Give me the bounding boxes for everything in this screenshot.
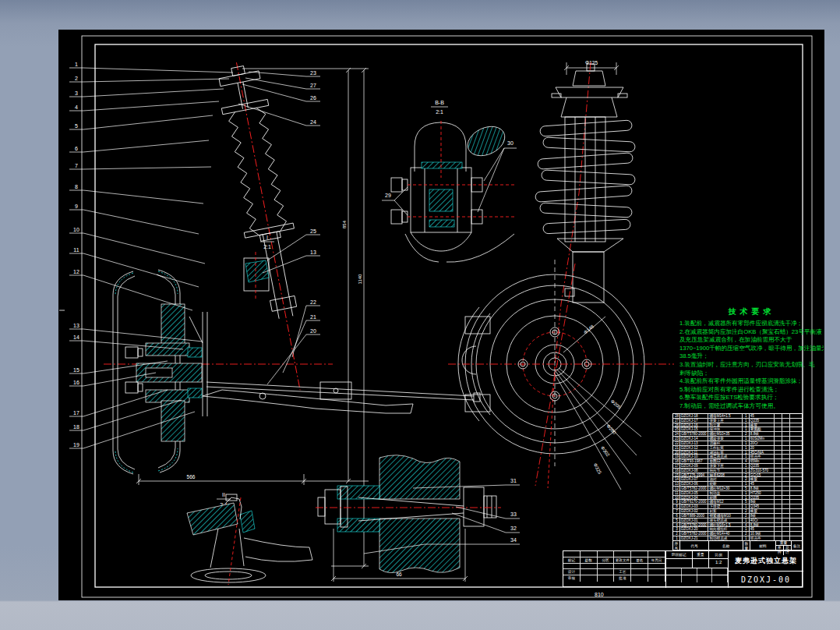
balloon-32: 32 <box>510 526 517 531</box>
tech-requirement-line: 3.装置油封时，应注意方向，刃口应安装无划痕、毛 <box>679 361 824 370</box>
drawing-number: DZOXJ-00 <box>729 572 803 588</box>
balloon-1: 1 <box>75 62 78 67</box>
balloon-20: 20 <box>310 328 316 334</box>
lower-control-arm <box>203 382 480 413</box>
pin-section-view: 66 31 33 32 34 <box>316 455 520 582</box>
tech-requirement-line: 6.整车装配件应按ETS检验要求执行； <box>679 394 824 402</box>
balloon-25: 25 <box>310 228 316 234</box>
balloon-6: 6 <box>75 146 78 151</box>
drawing-scale: 1:2 <box>709 559 728 568</box>
dia-205: Φ205 <box>610 398 623 410</box>
bb-scale: 2:1 <box>436 109 443 115</box>
dim-66: 66 <box>396 572 402 577</box>
cad-drawing-sheet: I 2:1 854 1140 <box>58 30 824 600</box>
balloon-12: 12 <box>73 269 79 274</box>
balloon-7: 7 <box>75 163 78 168</box>
tech-requirement-line: 刺等缺陷； <box>679 370 824 378</box>
tech-requirement-line: 1.装配前，减震器所有零部件应彻底清洗干净； <box>679 320 824 328</box>
balloon-29: 29 <box>385 193 391 198</box>
balloon-2: 2 <box>75 76 78 81</box>
balloon-11: 11 <box>73 247 79 253</box>
balloon-22: 22 <box>310 299 316 305</box>
dim-566: 566 <box>187 474 196 480</box>
dim-top-diameter: Φ125 <box>585 60 598 65</box>
bracket-detail-source <box>244 252 269 299</box>
tech-requirement-line: 及充压悬架减震合剂，在加油前需用不大于 <box>679 336 824 345</box>
strut-assembly <box>212 58 324 395</box>
balloon-27: 27 <box>310 83 316 88</box>
detail-I-label: I <box>266 235 268 240</box>
strut-side-view: Φ125 <box>535 60 636 365</box>
balloon-15: 15 <box>73 367 79 373</box>
balloon-17: 17 <box>73 410 79 416</box>
tech-requirement-line: 38.5毫升； <box>679 352 824 361</box>
balloon-16: 16 <box>73 380 79 385</box>
sheet-size-note: 810 <box>595 592 604 597</box>
balloon-10: 10 <box>73 227 79 232</box>
drawing-title: 麦弗逊式独立悬架 <box>729 551 803 572</box>
detail-II-label: II <box>222 492 225 497</box>
knuckle-detail-view: II 2:1 <box>187 492 312 585</box>
bom-rows: 28 DZOXJ-18 螺母M14×1.5 1 45 27 DZOXJ-17 弹… <box>672 413 803 540</box>
dim-854: 854 <box>342 220 347 228</box>
tech-requirements-lines: 1.装配前，减震器所有零部件应彻底清洗干净；2.在减震器筒内应加注白OKB（聚宝… <box>679 320 824 411</box>
title-block-name-area: 麦弗逊式独立悬架 DZOXJ-00 <box>729 551 803 588</box>
balloon-34: 34 <box>510 537 517 543</box>
balloon-3: 3 <box>75 90 78 96</box>
title-block-revision-area: 标记 处数 分区 更改文件号 签名 年月日 设计 工艺 审核 批准 <box>563 551 666 588</box>
tech-requirement-line: 1370~1900千帕的压缩空气吹净，晾干待用，加注油量为 <box>679 345 824 353</box>
balloon-13: 13 <box>73 323 79 328</box>
bom-header: 序号 代号 名称 数量 材料 重量 单件 总计 备注 <box>672 540 803 550</box>
tech-requirement-line: 5.制动前应对所有零件进行检查清洗； <box>679 386 824 395</box>
tech-requirement-line: 4.装配前所有零件外圆用适量锂基润滑脂涂抹； <box>679 377 824 386</box>
balloon-9: 9 <box>75 204 78 209</box>
balloon-21: 21 <box>310 314 316 320</box>
hub-disc-view: Φ148 Φ205 Φ280 Φ302 Φ325 <box>448 260 674 490</box>
detail-I-scale: 2:1 <box>263 244 271 250</box>
dim-1140: 1140 <box>358 274 362 285</box>
title-block: 标记 处数 分区 更改文件号 签名 年月日 设计 工艺 审核 批准 <box>563 550 803 587</box>
balloon-4: 4 <box>75 104 78 110</box>
balloon-14: 14 <box>73 334 79 340</box>
bb-label: B-B <box>435 100 444 105</box>
balloon-23: 23 <box>310 70 316 76</box>
tech-requirement-line: 2.在减震器筒内应加注白OKB（聚宝石蜡）23号平衡液 <box>679 328 824 337</box>
desktop-background: I 2:1 854 1140 <box>0 0 840 630</box>
balloon-26: 26 <box>310 95 316 101</box>
disc-diameter-callouts: Φ148 Φ205 Φ280 Φ302 Φ325 <box>554 317 641 490</box>
hub-brake-section <box>125 304 207 441</box>
balloon-24: 24 <box>310 119 316 125</box>
balloon-31: 31 <box>510 478 517 483</box>
dia-148: Φ148 <box>583 324 595 335</box>
balloon-33: 33 <box>510 511 517 517</box>
technical-requirements: 技术要求 1.装配前，减震器所有零部件应彻底清洗干净；2.在减震器筒内应加注白O… <box>679 306 824 411</box>
tech-requirements-title: 技术要求 <box>679 306 824 317</box>
title-block-stage-area: 阶段标记 重量 比例 1:2 <box>666 551 729 588</box>
balloon-18: 18 <box>73 424 79 430</box>
tech-requirement-line: 7.制动后，需经过调试车体方可使用。 <box>679 402 824 411</box>
balloon-19: 19 <box>73 442 79 448</box>
balloon-30: 30 <box>507 140 514 146</box>
balloons-right: 23 27 26 24 25 13 22 21 20 <box>238 70 320 384</box>
dia-325: Φ325 <box>593 462 603 475</box>
bom-table: 28 DZOXJ-18 螺母M14×1.5 1 45 27 DZOXJ-17 弹… <box>672 413 803 550</box>
balloon-5: 5 <box>75 123 78 129</box>
balloon-13b: 13 <box>310 250 316 255</box>
balloon-8: 8 <box>75 184 78 189</box>
bb-detail-view: B-B 2:1 29 <box>382 100 517 262</box>
